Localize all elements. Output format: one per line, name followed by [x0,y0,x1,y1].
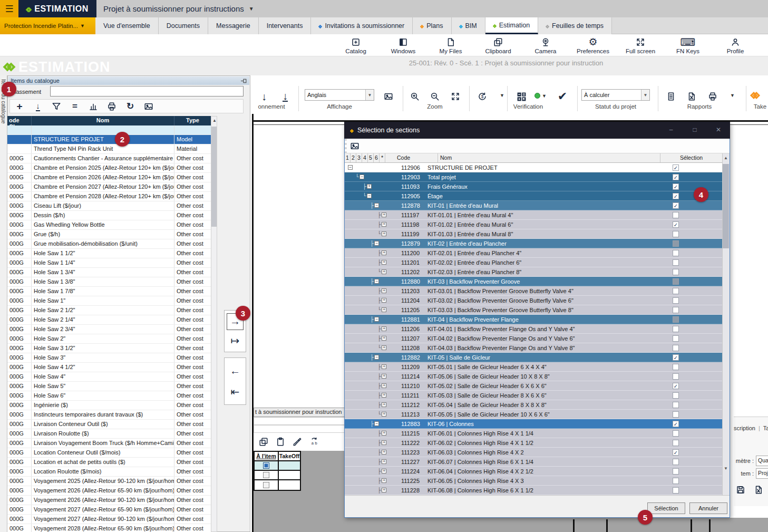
copy-icon[interactable] [259,437,268,447]
tree-row[interactable]: └+111205KIT-03.03 | Backflow Preventer G… [345,305,722,315]
catalog-row[interactable]: 000GHole Saw 2 1/4"Other cost [7,315,211,325]
chevron-down-icon[interactable]: ▼ [500,93,504,98]
currency-refresh-icon[interactable]: $ [473,89,491,104]
catalog-row[interactable]: 000GHole Saw 5"Other cost [7,382,211,391]
selection-checkbox[interactable] [673,411,679,418]
tree-row[interactable]: └+111213KIT-05.05 | Salle de Gicleur Hea… [345,410,722,419]
tree-row[interactable]: ├+111206KIT-04.01 | Backflow Preventer F… [345,324,722,334]
appbar-fn-keys-button[interactable]: ⌨FN Keys [664,35,712,56]
item-select[interactable]: Projet [756,468,768,479]
tree-row[interactable]: ├+111197KIT-01.01 | Entrée d'eau Mural 4… [345,210,722,220]
catalog-row[interactable]: 000GLocation Conteneur Outil ($/mois)Oth… [7,448,211,458]
main-menu-button[interactable]: ☰ [0,0,18,17]
catalog-row[interactable]: 000GHole Saw 1 1/2"Other cost [7,249,211,258]
print-report-icon[interactable] [704,89,722,104]
catalog-row[interactable]: 000GLocation et achat de petits outils (… [7,458,211,467]
adjust-icon[interactable]: = [70,101,80,112]
tree-row[interactable]: ├−112882KIT-05 | Salle de Gicleur✓ [345,353,722,362]
selection-checkbox[interactable] [673,402,679,408]
tree-row[interactable]: ├+111222KIT-06.02 | Colonnes High Rise 4… [345,438,722,448]
item-takeoff-row[interactable] [255,461,300,471]
tab-intervenants[interactable]: Intervenants [259,17,312,34]
chevron-down-icon[interactable]: ▼ [730,93,735,98]
tree-row[interactable]: ├+111223KIT-06.03 | Colonnes High Rise 4… [345,448,722,457]
catalog-row[interactable]: 000GHole Saw 4 1/2"Other cost [7,363,211,372]
level-header-1[interactable]: 1 [345,153,351,162]
collapse-icon[interactable]: − [348,165,353,170]
catalog-row[interactable]: 000GGrue ($/h)Other cost [7,230,211,239]
catalog-row[interactable]: 000GHole Saw 2 3/4"Other cost [7,325,211,334]
tree-row[interactable]: ├−112878KIT-01 | Entrée d'eau Mural✓ [345,201,722,210]
catalog-row[interactable]: 000GHole Saw 3"Other cost [7,353,211,363]
scroll-down-arrow[interactable]: ▼ [723,466,729,471]
catalog-row[interactable]: 000GChambre et Pension 2026 (Allez-Retou… [7,173,211,182]
tree-row[interactable]: ├+111227KIT-06.07 | Colonnes High Rise 6… [345,457,722,467]
project-status-select[interactable]: À calculer▼ [581,89,650,101]
annuler-button[interactable]: Annuler [689,502,727,514]
tab-invitations-soumissionner[interactable]: Invitations à soumissionner [311,17,413,34]
print-icon[interactable] [106,101,117,112]
image-icon[interactable] [143,101,154,112]
expand-icon[interactable]: + [382,260,386,265]
col-nom[interactable]: Nom [32,116,174,125]
tree-row[interactable]: ├−112883KIT-06 | Colonnes✓ [345,419,722,429]
catalog-row[interactable]: 000GHole Saw 1 1/4"Other cost [7,258,211,268]
tree-row[interactable]: −112906STRUCTURE DE PROJET✓ [345,163,722,172]
catalog-row[interactable]: 000GDessin ($/h)Other cost [7,211,211,220]
selection-checkbox[interactable] [673,307,679,313]
tree-row[interactable]: ├+111200KIT-02.01 | Entrée d'eau Planche… [345,248,722,258]
catalog-row[interactable]: 000GLivraison Roulotte ($)Other cost [7,429,211,439]
validate-check-icon[interactable]: ✔ [553,89,571,104]
image-icon[interactable] [350,141,359,151]
appbar-profile-button[interactable]: Profile [712,35,759,56]
catalog-row[interactable]: 000GVoyagement 2026 (Allez-Retour 90-120… [7,496,211,505]
expand-icon[interactable]: + [382,393,386,398]
selection-checkbox[interactable]: ✓ [673,193,679,199]
expand-icon[interactable]: + [382,222,386,227]
download-icon[interactable]: ↓ [255,89,273,104]
item-checkbox[interactable] [263,472,269,478]
scroll-up-arrow[interactable]: ▲ [723,153,729,160]
collapse-icon[interactable]: − [374,241,379,246]
verification-status[interactable]: ▼ [534,93,547,99]
catalog-row[interactable]: 000GHole Saw 1 3/8"Other cost [7,277,211,287]
col-code-clas[interactable]: ode Clas [7,116,32,125]
project-title-dropdown[interactable]: Projet à soumissionner pour instructions… [103,0,254,17]
image-display-icon[interactable] [380,89,397,104]
selection-checkbox[interactable]: ✓ [673,421,679,427]
expand-icon[interactable]: + [382,288,386,293]
catalog-row[interactable]: 000GChambre et Pension 2025 (Allez-Retou… [7,163,211,173]
item-takeoff-row[interactable] [255,480,300,490]
collapse-icon[interactable]: − [374,279,379,284]
catalog-row[interactable]: 000GChambre et Pension 2027 (Allez-Retou… [7,182,211,192]
selection-checkbox[interactable]: ✓ [673,449,679,456]
transfer-left-button[interactable]: ← [227,362,244,379]
language-select[interactable]: Anglais▼ [305,89,374,101]
selection-checkbox[interactable] [673,259,679,266]
catalog-scrollbar-thumb[interactable] [211,127,217,227]
selection-checkbox[interactable] [673,487,679,494]
expand-icon[interactable]: + [382,469,386,473]
selection-button[interactable]: Sélection [647,502,685,514]
selection-checkbox[interactable] [673,345,679,351]
tree-row[interactable]: ├+111209KIT-05.01 | Salle de Gicleur Hea… [345,362,722,372]
catalog-row[interactable]: 000GHole Saw 1 3/4"Other cost [7,268,211,277]
excel-icon[interactable] [754,485,763,495]
import-icon[interactable]: ↓ [33,101,43,112]
collapse-icon[interactable]: − [359,175,364,179]
zoom-in-icon[interactable] [406,89,424,104]
refresh-icon[interactable]: ↻ [125,101,135,112]
expand-icon[interactable]: + [382,412,386,417]
tree-row[interactable]: ├+111225KIT-06.05 | Colonnes High Rise 4… [345,476,722,486]
item-checkbox[interactable] [263,482,269,488]
takeoff-diamond-icon[interactable] [751,91,759,100]
catalog-row[interactable]: 000GIngénierie ($)Other cost [7,401,211,410]
col-nom[interactable]: Nom [438,153,660,162]
download-to-bar-icon[interactable]: ↓ [276,89,294,104]
tab-takeoff[interactable]: Take [763,425,768,431]
tree-row[interactable]: ├+111204KIT-03.02 | Backflow Preventer G… [345,296,722,305]
tree-row[interactable]: └+111199KIT-01.03 | Entrée d'eau Mural 8… [345,229,722,239]
catalog-row[interactable]: 000GVoyagement 2028 (Allez-Retour 65-90 … [7,524,211,532]
expand-icon[interactable]: + [367,184,372,189]
expand-icon[interactable]: + [382,231,386,236]
